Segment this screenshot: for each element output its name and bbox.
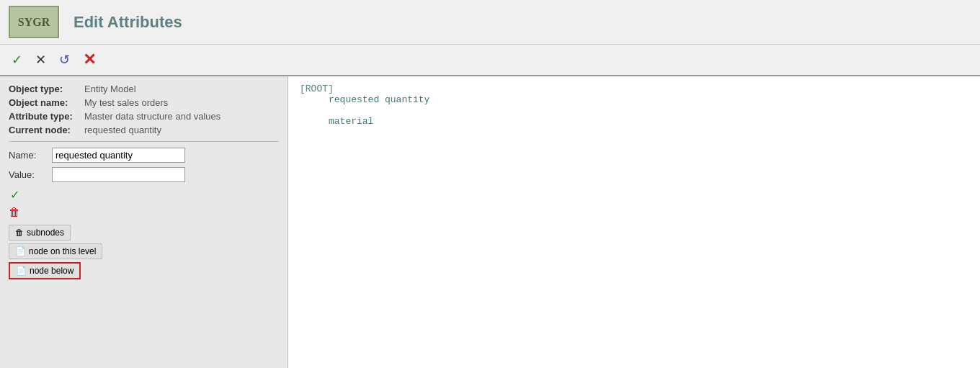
name-label: Name: [9, 150, 52, 161]
value-input[interactable] [52, 167, 185, 182]
close-button[interactable]: ✕ [80, 49, 99, 71]
object-name-row: Object name: My test sales orders [9, 97, 279, 108]
confirm-button[interactable]: ✓ [9, 50, 25, 69]
apply-check-button[interactable]: ✓ [9, 187, 21, 203]
tree-item-2[interactable]: material [300, 116, 968, 127]
current-node-value: requested quantity [84, 125, 161, 135]
value-label: Value: [9, 169, 52, 180]
object-name-value: My test sales orders [84, 97, 168, 108]
value-row: Value: [9, 167, 279, 182]
attribute-type-label: Attribute type: [9, 111, 84, 122]
subnodes-label: subnodes [27, 228, 64, 238]
node-below-label: node below [30, 266, 74, 276]
current-node-label: Current node: [9, 125, 84, 135]
undo-button[interactable]: ↺ [56, 50, 73, 69]
node-level-button[interactable]: 📄 node on this level [9, 243, 102, 259]
cancel-button[interactable]: ✕ [32, 50, 49, 69]
object-type-row: Object type: Entity Model [9, 84, 279, 94]
attribute-type-row: Attribute type: Master data structure an… [9, 111, 279, 122]
name-input[interactable] [52, 148, 185, 163]
tree-item-1[interactable]: requested quantity [300, 94, 968, 105]
left-panel: Object type: Entity Model Object name: M… [0, 76, 288, 368]
node-level-doc-icon: 📄 [15, 246, 26, 256]
delete-icon[interactable]: 🗑 [9, 206, 279, 219]
node-level-label: node on this level [29, 246, 96, 256]
tree-root-label: [ROOT] [300, 84, 334, 94]
page-title: Edit Attributes [74, 13, 182, 32]
logo-text: SYGR [18, 16, 50, 29]
header: SYGR Edit Attributes [0, 0, 980, 45]
current-node-row: Current node: requested quantity [9, 125, 279, 135]
node-below-doc-icon: 📄 [16, 266, 27, 276]
main-content: Object type: Entity Model Object name: M… [0, 76, 980, 368]
name-row: Name: [9, 148, 279, 163]
object-name-label: Object name: [9, 97, 84, 108]
divider-1 [9, 141, 279, 142]
subnodes-trash-icon: 🗑 [15, 228, 24, 238]
subnodes-button[interactable]: 🗑 subnodes [9, 225, 71, 241]
toolbar: ✓ ✕ ↺ ✕ [0, 45, 980, 76]
attribute-type-value: Master data structure and values [84, 111, 220, 122]
object-type-label: Object type: [9, 84, 84, 94]
node-below-button[interactable]: 📄 node below [9, 262, 81, 279]
right-panel: [ROOT] requested quantity material [288, 76, 980, 368]
logo: SYGR [9, 6, 59, 38]
object-type-value: Entity Model [84, 84, 136, 94]
